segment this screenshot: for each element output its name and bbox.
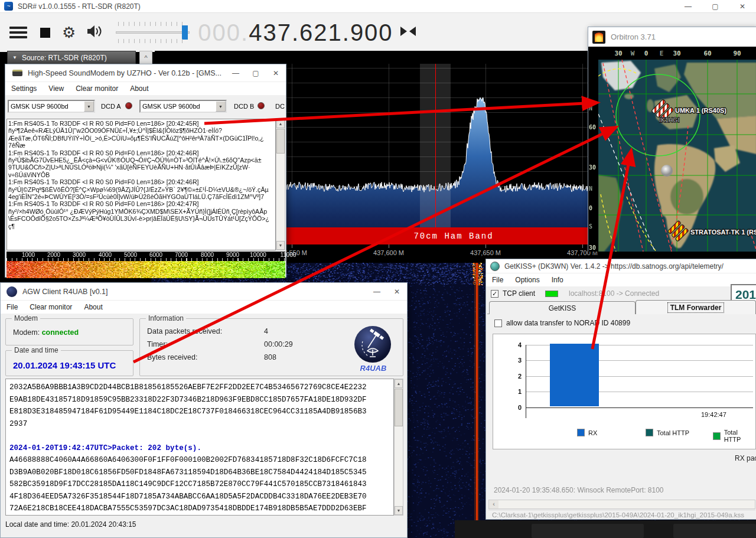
panel-collapse-button[interactable]: ^ (139, 51, 152, 64)
slider-track[interactable] (116, 31, 190, 34)
soundmodem-titlebar[interactable]: High-Speed SoundModem by UZ7HO - Ver 0.1… (5, 64, 286, 82)
agw-app-icon (6, 286, 17, 297)
close-button[interactable]: ✕ (387, 283, 407, 300)
menu-view[interactable]: View (43, 82, 70, 95)
longitude-ruler: 30 W 0 E 30 60 90 (588, 47, 756, 60)
frequency-leading-zeros[interactable]: 000. (198, 19, 249, 45)
agw-statusbar: Local date and time: 20.01.2024 20:43:15 (5, 520, 136, 529)
orbitron-window: Orbitron 3.71 30 W 0 E 30 60 90 N 60 30 … (588, 27, 756, 251)
frequency-value[interactable]: 437.621.900 (249, 19, 393, 45)
chevron-down-icon[interactable]: ▼ (84, 101, 94, 112)
satellite-label-stratosat[interactable]: STRATOSAT-TK 1 (RS5 (690, 229, 756, 236)
scrollbar-vertical[interactable]: ▲ ▼ (276, 119, 285, 250)
norad-transfer-checkbox[interactable] (494, 319, 502, 327)
legend-swatch (646, 429, 653, 436)
dcd-b-led (258, 102, 265, 109)
satellite-callsign: IK1HGI (659, 116, 679, 123)
agw-titlebar[interactable]: AGW Client R4UAB [v0.1] — ✕ (1, 283, 407, 301)
minimize-button[interactable]: — (226, 64, 246, 81)
orbitron-titlebar[interactable]: Orbitron 3.71 (588, 27, 756, 47)
scrollbar-thumb[interactable] (276, 129, 285, 154)
volume-slider[interactable] (116, 21, 190, 44)
legend-total-http-2: Total HTTP (713, 429, 755, 443)
menu-icon[interactable] (9, 24, 27, 41)
getkiss-statusbar: C:\Clarksat-1\getkissplus\getkissplus\20… (488, 510, 755, 520)
tab-tlm-forwarder[interactable]: TLM Forwarder (636, 300, 756, 314)
menu-file[interactable]: File (1, 301, 24, 314)
minimize-button[interactable]: — (674, 0, 702, 12)
modem-controls: GMSK USP 9600bd ▼ DCD A GMSK USP 9600bd … (5, 96, 286, 116)
sdrsharp-app-icon: ~ (4, 2, 13, 11)
utc-datetime-value: 20.01.2024 19:43:15 UTC (13, 360, 116, 370)
sdrsharp-window-title: SDR# v1.0.0.1555 - RTL-SDR (R820T) (18, 2, 141, 11)
modem-status: Modem: connected (13, 328, 79, 337)
tuning-frequency-line (435, 64, 436, 244)
stop-button[interactable] (40, 28, 50, 38)
scroll-down-icon[interactable]: ▼ (276, 241, 285, 250)
information-group: Information Data packets received:4 Time… (139, 318, 403, 376)
connection-led (545, 291, 558, 297)
rx-bar (550, 344, 599, 406)
soundmodem-waterfall (6, 261, 285, 278)
slider-handle[interactable] (182, 25, 188, 40)
modem-a-select[interactable]: GMSK USP 9600bd ▼ (8, 100, 95, 113)
legend-swatch (577, 429, 585, 436)
hex-packet-log[interactable]: 2032A5B6A9BBB1A3B9CD2D44BCB1B81856185526… (5, 379, 394, 516)
freq-scale-label: 437,600 M (373, 249, 404, 256)
frequency-display[interactable]: 000.437.621.900 (198, 19, 393, 46)
soundmodem-menubar: Settings View Clear monitor About (5, 82, 286, 95)
maximize-button[interactable]: ▢ (702, 0, 729, 12)
world-map[interactable]: UMKA 1 (RS40S) IK1HGI STRATOSAT-TK 1 (RS… (598, 60, 756, 252)
scrollbar-vertical[interactable]: ▲ ▼ (394, 379, 403, 516)
menu-about[interactable]: About (124, 82, 154, 95)
speaker-icon[interactable] (86, 25, 103, 40)
packet-header-line: 2024-01-20T19:42:47UTC>Packet: 202 byte(… (9, 442, 390, 455)
chevron-down-icon[interactable]: ▼ (216, 101, 226, 112)
latitude-ruler: N 60 30 N 0 S 30 60 (588, 60, 598, 252)
close-button[interactable]: ✕ (729, 0, 756, 12)
legend-rx: RX (577, 429, 597, 436)
info-row: Bytes received:808 (147, 353, 197, 361)
scroll-down-icon[interactable]: ▼ (395, 506, 403, 515)
dcd-a-label: DCD A (101, 103, 121, 110)
scroll-left-icon[interactable]: ‹ (489, 500, 498, 508)
r4uab-logo-text: R4UAB (350, 364, 397, 373)
getkiss-window: GetKISS+ (DK3WN) Ver. 1.4.2 -> https://d… (485, 259, 756, 520)
menu-settings[interactable]: Settings (5, 82, 43, 95)
getkiss-titlebar[interactable]: GetKISS+ (DK3WN) Ver. 1.4.2 -> https://d… (486, 259, 756, 273)
packet-monitor-log[interactable]: 1:Fm RS40S-1 To R3DDF <I R R0 S0 Pid=F0 … (6, 119, 276, 250)
scroll-up-icon[interactable]: ▲ (276, 119, 285, 128)
menu-clear-monitor[interactable]: Clear monitor (24, 301, 78, 314)
legend-total-http: Total HTTP (646, 429, 689, 436)
legend-swatch (713, 432, 721, 440)
maximize-button[interactable]: ▢ (246, 64, 266, 81)
tcp-client-checkbox[interactable]: ✓ (491, 290, 498, 298)
modem-b-select[interactable]: GMSK USP 9600bd ▼ (139, 100, 227, 113)
menu-about[interactable]: About (78, 301, 108, 314)
snap-step-icon[interactable] (399, 26, 417, 39)
menu-clear-monitor[interactable]: Clear monitor (70, 82, 124, 95)
satellite-label-umka[interactable]: UMKA 1 (RS40S) (675, 107, 726, 114)
soundmodem-title: High-Speed SoundModem by UZ7HO - Ver 0.1… (28, 69, 226, 77)
menu-file[interactable]: File (486, 273, 509, 286)
telemetry-chart: 4 3 2 1 0 19:42:47 RX Total HTTP Total H… (493, 334, 756, 449)
norad-transfer-label: allow data transfer to NORAD ID 40899 (506, 319, 630, 327)
scrollbar-thumb[interactable] (395, 389, 403, 426)
getkiss-app-icon (490, 262, 500, 271)
slider-ticks-top (118, 22, 187, 26)
close-button[interactable]: ✕ (266, 64, 286, 81)
bytes-received-value: 808 (264, 353, 276, 361)
source-panel-header[interactable]: ▼ Source: RTL-SDR (R820T) (7, 51, 136, 64)
connection-status: localhost:8100 -> Connected (569, 289, 659, 298)
menu-options[interactable]: Options (509, 273, 545, 286)
tab-getkiss[interactable]: GetKISS (489, 301, 636, 314)
agw-title: AGW Client R4UAB [v0.1] (22, 288, 367, 296)
gear-icon[interactable]: ⚙ (62, 25, 76, 40)
scrollbar-horizontal[interactable]: ‹ (488, 500, 755, 509)
moon-icon (661, 165, 673, 177)
minimize-button[interactable]: — (367, 283, 387, 300)
menu-info[interactable]: Info (546, 273, 569, 286)
packets-received-value: 4 (264, 327, 268, 335)
band-plan-label: 70cm Ham Band (413, 231, 493, 241)
scroll-up-icon[interactable]: ▲ (395, 379, 403, 388)
